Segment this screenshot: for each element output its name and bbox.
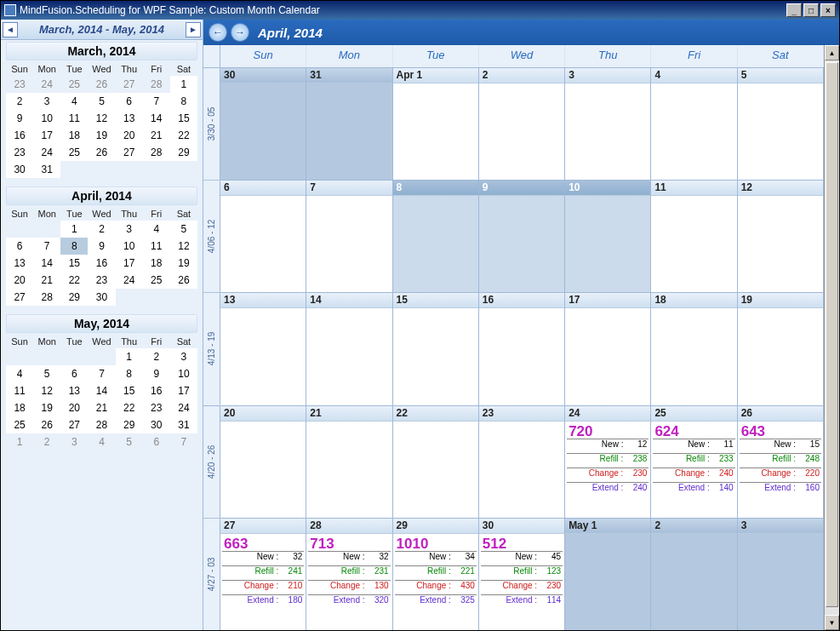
mini-day[interactable]: 7: [88, 365, 115, 382]
day-cell[interactable]: 9: [479, 181, 565, 292]
mini-day[interactable]: 30: [6, 161, 33, 178]
day-cell[interactable]: 20: [220, 406, 306, 518]
mini-day[interactable]: 17: [116, 255, 143, 272]
day-cell[interactable]: 4: [651, 68, 737, 180]
mini-day[interactable]: 5: [33, 365, 60, 382]
mini-day[interactable]: 30: [88, 289, 115, 306]
mini-day[interactable]: 27: [116, 144, 143, 161]
mini-day[interactable]: 2: [6, 93, 33, 110]
mini-day[interactable]: 13: [6, 255, 33, 272]
mini-day[interactable]: 11: [60, 110, 88, 127]
mini-day[interactable]: 6: [60, 365, 88, 382]
mini-day[interactable]: 20: [60, 399, 88, 416]
mini-day[interactable]: 7: [33, 238, 60, 255]
mini-day[interactable]: 25: [143, 272, 170, 289]
mini-day[interactable]: 14: [33, 255, 60, 272]
day-cell[interactable]: 11: [651, 181, 737, 292]
day-cell[interactable]: 17: [565, 293, 651, 404]
mini-day[interactable]: 24: [170, 399, 197, 416]
day-cell[interactable]: 24720New :12Refill :238Change :230Extend…: [565, 406, 651, 518]
day-cell[interactable]: 2: [651, 519, 737, 630]
mini-day[interactable]: 9: [143, 365, 170, 382]
mini-day[interactable]: 28: [143, 144, 170, 161]
mini-day[interactable]: 10: [33, 110, 60, 127]
mini-day[interactable]: 30: [143, 416, 170, 433]
day-cell[interactable]: 13: [220, 293, 306, 404]
mini-day[interactable]: 6: [6, 238, 33, 255]
mini-day[interactable]: 23: [88, 272, 115, 289]
day-cell[interactable]: 3: [738, 519, 824, 630]
mini-day[interactable]: 22: [60, 272, 88, 289]
mini-day[interactable]: 28: [33, 289, 60, 306]
mini-day[interactable]: 18: [60, 127, 88, 144]
mini-day[interactable]: 10: [116, 238, 143, 255]
mini-day[interactable]: 15: [60, 255, 88, 272]
mini-day[interactable]: 22: [116, 399, 143, 416]
mini-day[interactable]: 2: [143, 348, 170, 365]
mini-day[interactable]: 8: [170, 93, 197, 110]
mini-day[interactable]: 19: [170, 255, 197, 272]
mini-day[interactable]: 3: [170, 348, 197, 365]
mini-day[interactable]: 5: [88, 93, 115, 110]
mini-day[interactable]: 27: [116, 76, 143, 93]
mini-day[interactable]: 6: [143, 433, 170, 450]
day-cell[interactable]: 27663New :32Refill :241Change :210Extend…: [220, 519, 306, 630]
day-cell[interactable]: 6: [220, 181, 306, 292]
mini-day[interactable]: 1: [116, 348, 143, 365]
mini-day[interactable]: 27: [60, 416, 88, 433]
mini-day[interactable]: 25: [60, 144, 88, 161]
mini-day[interactable]: 12: [88, 110, 115, 127]
day-cell[interactable]: 10: [565, 181, 651, 292]
mini-day[interactable]: 2: [33, 433, 60, 450]
mini-day[interactable]: 31: [33, 161, 60, 178]
mini-day[interactable]: 6: [116, 93, 143, 110]
day-cell[interactable]: 30: [220, 68, 306, 180]
mini-day[interactable]: 29: [170, 144, 197, 161]
mini-day[interactable]: 13: [60, 382, 88, 399]
mini-day[interactable]: 28: [143, 76, 170, 93]
mini-day[interactable]: 25: [6, 416, 33, 433]
mini-day[interactable]: 23: [143, 399, 170, 416]
next-range-button[interactable]: ►: [186, 22, 201, 37]
mini-day[interactable]: 12: [170, 238, 197, 255]
mini-day[interactable]: 4: [143, 221, 170, 238]
mini-day[interactable]: 26: [88, 144, 115, 161]
mini-day[interactable]: 9: [88, 238, 115, 255]
mini-day[interactable]: 12: [33, 382, 60, 399]
day-cell[interactable]: 19: [738, 293, 824, 404]
mini-day[interactable]: 22: [170, 127, 197, 144]
day-cell[interactable]: Apr 1: [393, 68, 479, 180]
mini-day[interactable]: 24: [33, 144, 60, 161]
day-cell[interactable]: 30512New :45Refill :123Change :230Extend…: [479, 519, 565, 630]
day-cell[interactable]: 26643New :15Refill :248Change :220Extend…: [738, 406, 824, 518]
day-cell[interactable]: 25624New :11Refill :233Change :240Extend…: [651, 406, 737, 518]
scroll-thumb[interactable]: [826, 62, 838, 607]
mini-day[interactable]: 7: [170, 433, 197, 450]
mini-day[interactable]: 19: [33, 399, 60, 416]
mini-day[interactable]: 17: [33, 127, 60, 144]
maximize-button[interactable]: □: [803, 3, 819, 17]
day-cell[interactable]: 22: [393, 406, 479, 518]
mini-day[interactable]: 8: [116, 365, 143, 382]
mini-day[interactable]: 5: [116, 433, 143, 450]
mini-day[interactable]: 16: [88, 255, 115, 272]
mini-day[interactable]: 18: [143, 255, 170, 272]
close-button[interactable]: ×: [820, 3, 836, 17]
mini-day[interactable]: 9: [6, 110, 33, 127]
minimize-button[interactable]: _: [786, 3, 802, 17]
mini-day[interactable]: 27: [6, 289, 33, 306]
mini-day[interactable]: 16: [143, 382, 170, 399]
mini-day[interactable]: 26: [33, 416, 60, 433]
mini-day[interactable]: 2: [88, 221, 115, 238]
mini-day[interactable]: 15: [116, 382, 143, 399]
day-cell[interactable]: 5: [738, 68, 824, 180]
day-cell[interactable]: 31: [306, 68, 392, 180]
day-cell[interactable]: 16: [479, 293, 565, 404]
day-cell[interactable]: 23: [479, 406, 565, 518]
scroll-up-button[interactable]: ▲: [825, 45, 839, 60]
mini-day[interactable]: 19: [88, 127, 115, 144]
mini-day[interactable]: 4: [60, 93, 88, 110]
mini-day[interactable]: 20: [6, 272, 33, 289]
day-cell[interactable]: 2: [479, 68, 565, 180]
mini-day[interactable]: 3: [116, 221, 143, 238]
